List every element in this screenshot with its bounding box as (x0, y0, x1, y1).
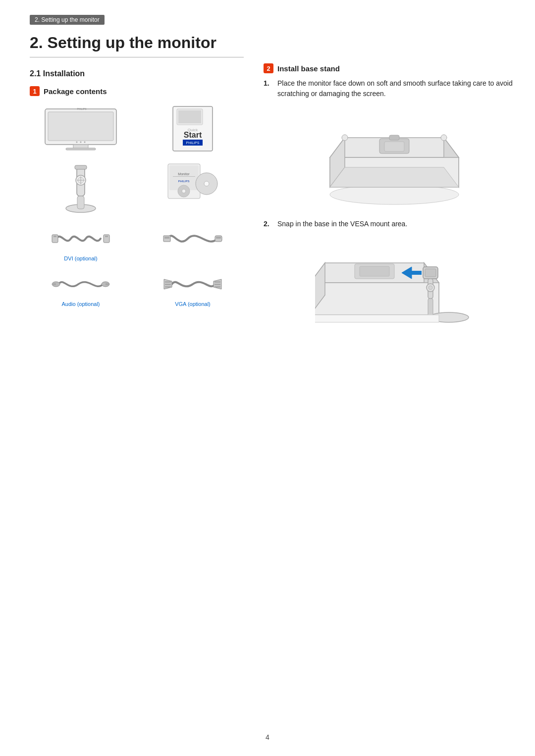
package-contents-title: Package contents (44, 87, 107, 96)
list-item: DVI (optional) (30, 224, 132, 261)
svg-point-7 (84, 142, 86, 143)
installation-section-title: 2.1 Installation (30, 69, 244, 78)
base-snap-illustration (264, 238, 525, 337)
package-contents-header: 1 Package contents (30, 86, 244, 96)
svg-rect-55 (384, 142, 404, 151)
svg-rect-48 (165, 286, 171, 288)
svg-rect-51 (214, 284, 220, 285)
vga-cable-label: VGA (optional) (175, 301, 211, 307)
step-1-number: 1. (264, 78, 273, 99)
badge-1: 1 (30, 86, 40, 96)
svg-rect-42 (52, 283, 56, 285)
svg-point-5 (76, 142, 78, 143)
package-grid: PHILIPS (30, 104, 244, 307)
audio-cable-icon (51, 269, 110, 299)
list-item (30, 161, 132, 216)
list-item (142, 224, 244, 261)
svg-rect-56 (389, 135, 399, 140)
installation-steps-2: 2. Snap in the base in the VESA mount ar… (264, 219, 525, 229)
step-2-number: 2. (264, 219, 273, 229)
svg-rect-62 (412, 271, 422, 275)
right-column: 2 Install base stand 1. Place the monito… (264, 34, 525, 349)
step-1-text: Place the monitor face down on soft and … (277, 78, 525, 99)
vga-cable-icon (163, 269, 222, 299)
svg-text:Start: Start (184, 131, 202, 139)
svg-rect-50 (214, 281, 220, 283)
installation-steps: 1. Place the monitor face down on soft a… (264, 78, 525, 99)
step-1: 1. Place the monitor face down on soft a… (264, 78, 525, 99)
svg-rect-21 (75, 165, 87, 169)
svg-rect-1 (48, 112, 113, 141)
svg-rect-27 (173, 176, 195, 177)
svg-point-53 (330, 185, 459, 204)
list-item: Audio (optional) (30, 269, 132, 307)
svg-point-32 (204, 181, 209, 186)
list-item: PHILIPS (30, 104, 132, 153)
svg-text:PHILIPS: PHILIPS (186, 141, 200, 145)
svg-rect-60 (360, 266, 389, 276)
quickstart-icon: Quick Start PHILIPS (158, 104, 227, 153)
svg-rect-52 (214, 286, 220, 288)
svg-rect-36 (105, 236, 108, 237)
svg-rect-46 (165, 281, 171, 283)
svg-rect-47 (165, 284, 171, 285)
monitor-facedown-icon (325, 108, 464, 207)
left-column: 2. Setting up the monitor 2.1 Installati… (30, 34, 244, 349)
install-base-header: 2 Install base stand (264, 63, 525, 73)
svg-text:PHILIPS: PHILIPS (178, 180, 189, 183)
list-item: Quick Start PHILIPS (142, 104, 244, 153)
stand-icon (56, 161, 106, 216)
svg-text:Monitor: Monitor (178, 172, 190, 176)
step-2-text: Snap in the base in the VESA mount area. (277, 219, 407, 229)
page-number: 4 (266, 733, 269, 741)
audio-cable-label: Audio (optional) (61, 301, 100, 307)
dvi-cable-icon (51, 224, 110, 253)
svg-point-57 (342, 135, 348, 141)
svg-text:PHILIPS: PHILIPS (77, 107, 87, 110)
page-title: 2. Setting up the monitor (30, 34, 244, 57)
svg-rect-64 (425, 269, 436, 277)
svg-point-6 (80, 142, 82, 143)
cd-icon: Monitor PHILIPS (163, 161, 222, 201)
step-2: 2. Snap in the base in the VESA mount ar… (264, 219, 525, 229)
svg-rect-34 (54, 236, 56, 237)
svg-rect-40 (216, 237, 221, 239)
base-snap-icon (315, 238, 474, 337)
dvi-cable-label: DVI (optional) (64, 255, 97, 261)
list-item: Monitor PHILIPS (142, 161, 244, 216)
badge-2: 2 (264, 63, 273, 73)
svg-rect-44 (106, 283, 109, 285)
cable2-icon (163, 224, 222, 253)
monitor-icon: PHILIPS (41, 104, 120, 153)
svg-rect-38 (164, 237, 169, 239)
svg-point-67 (428, 286, 432, 290)
monitor-facedown-illustration (264, 108, 525, 207)
svg-point-58 (441, 135, 447, 141)
svg-rect-3 (66, 148, 96, 150)
svg-rect-11 (178, 110, 201, 123)
breadcrumb: 2. Setting up the monitor (30, 15, 105, 25)
install-base-title: Install base stand (277, 64, 340, 73)
svg-rect-23 (77, 196, 84, 209)
svg-point-30 (182, 189, 186, 193)
list-item: VGA (optional) (142, 269, 244, 307)
page: 2. Setting up the monitor 2. Setting up … (0, 0, 535, 756)
